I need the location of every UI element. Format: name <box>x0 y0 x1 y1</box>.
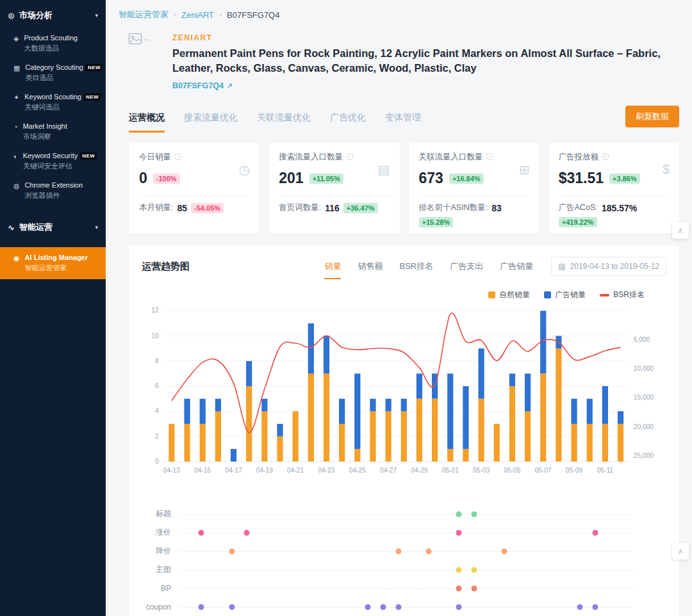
legend-item-[interactable]: 自然销量 <box>488 289 530 300</box>
sidebar-item-product-scouting[interactable]: ◈Product Scouting大数据选品 <box>0 29 106 58</box>
sidebar-item-ai-listing-manager[interactable]: ◉ AI Listing Manager 智能运营管家 <box>0 247 106 279</box>
trend-tab-[interactable]: 广告支出 <box>450 261 483 279</box>
event-dot[interactable] <box>456 604 462 610</box>
stat-value-row: 0-100% <box>139 170 249 187</box>
change-badge: +16.84% <box>449 174 484 184</box>
event-dot[interactable] <box>456 585 462 591</box>
tab-[interactable]: 变体管理 <box>385 112 421 133</box>
event-dot[interactable] <box>425 548 431 554</box>
new-badge: NEW <box>84 93 101 101</box>
trend-tab-[interactable]: 广告销量 <box>500 261 533 279</box>
sidebar-item-en: AI Listing Manager <box>25 254 88 261</box>
stat-label-text: 搜索流量入口数量 <box>279 152 343 163</box>
sidebar-item-market-insight[interactable]: ◔Market Insight市场洞察 <box>0 117 106 147</box>
event-dot[interactable] <box>592 530 598 535</box>
clock-icon: ◷ <box>239 162 250 177</box>
event-dot[interactable] <box>471 567 477 572</box>
sidebar-item-keyword-security[interactable]: ◐Keyword SecurityNEW关键词安全评估 <box>0 147 106 176</box>
event-dot[interactable] <box>471 585 477 591</box>
sidebar-item-category-scouting[interactable]: ▦Category ScoutingNEW类目选品 <box>0 58 106 88</box>
event-row-: 涨价 <box>142 523 633 542</box>
scroll-top-button[interactable]: ∧ <box>672 543 689 560</box>
legend-item-bsr[interactable]: BSR排名 <box>600 289 645 300</box>
event-dot[interactable] <box>229 548 235 554</box>
svg-text:8: 8 <box>155 357 159 364</box>
event-dot[interactable] <box>229 604 235 610</box>
product-asin: B07FSFG7Q4 <box>172 81 224 90</box>
breadcrumb-item-manager[interactable]: 智能运营管家 <box>119 9 169 20</box>
keyword-security-icon: ◐ <box>13 152 18 160</box>
svg-text:04-15: 04-15 <box>194 467 211 474</box>
event-dot[interactable] <box>199 530 204 535</box>
event-row-label: 主图 <box>142 564 171 575</box>
stat-label-text: 广告投放额 <box>559 152 599 163</box>
change-badge: -54.05% <box>191 203 224 213</box>
svg-text:10,000: 10,000 <box>634 365 654 372</box>
footer-label: 本月销量: <box>139 202 173 213</box>
svg-text:04-21: 04-21 <box>287 467 304 474</box>
info-icon[interactable]: ⓘ <box>174 152 182 163</box>
trend-tab-bsr[interactable]: BSR排名 <box>399 261 433 279</box>
event-dot[interactable] <box>456 511 462 517</box>
event-row-label: 降价 <box>142 546 171 556</box>
sidebar-item-text: Chrome Extension浏览器插件 <box>25 181 83 200</box>
stat-card-label: 关联流量入口数量ⓘ <box>419 152 529 163</box>
event-dot[interactable] <box>395 548 401 554</box>
trend-chart[interactable]: 0246810125,00010,00015,00020,00025,00004… <box>142 302 666 499</box>
svg-text:04-29: 04-29 <box>411 467 427 474</box>
svg-text:5,000: 5,000 <box>634 336 650 343</box>
product-image[interactable]: ... <box>129 33 161 90</box>
tab-[interactable]: 运营概况 <box>129 112 165 133</box>
sidebar-item-keyword-scouting[interactable]: ✦Keyword ScoutingNEW关键词选品 <box>0 88 106 117</box>
event-dot[interactable] <box>577 604 583 610</box>
event-dot[interactable] <box>471 511 477 517</box>
change-badge: +419.22% <box>559 217 597 227</box>
event-dot[interactable] <box>395 604 401 610</box>
event-dot[interactable] <box>456 567 462 572</box>
product-scouting-icon: ◈ <box>13 35 19 43</box>
event-dot[interactable] <box>592 604 598 610</box>
sidebar: ⊙ 市场分析 ▾ ◈Product Scouting大数据选品▦Category… <box>0 0 106 616</box>
sidebar-item-zh: 智能运营管家 <box>25 263 88 273</box>
tab-[interactable]: 关联流量优化 <box>257 112 311 133</box>
legend-label: 广告销量 <box>555 289 586 300</box>
calendar-icon: ▤ <box>378 162 390 177</box>
market-analysis-icon: ⊙ <box>8 11 15 20</box>
info-icon[interactable]: ⓘ <box>602 152 609 163</box>
legend-item-[interactable]: 广告销量 <box>544 289 586 300</box>
dollar-icon: $ <box>663 162 670 177</box>
breadcrumb-item-brand[interactable]: ZeniART <box>181 10 214 20</box>
sidebar-item-chrome-extension[interactable]: ◍Chrome Extension浏览器插件 <box>0 176 106 206</box>
product-info: ZENIART Permanent Paint Pens for Rock Pa… <box>172 33 679 90</box>
sidebar-section-smart-operation[interactable]: ∿ 智能运营 ▾ <box>0 212 106 241</box>
sidebar-section-market-analysis[interactable]: ⊙ 市场分析 ▾ <box>0 0 106 29</box>
stat-cards-row: 今日销量ⓘ◷0-100%本月销量:85-54.05%搜索流量入口数量ⓘ▤201+… <box>129 143 679 234</box>
scroll-top-button[interactable]: ∧ <box>672 222 689 239</box>
chevron-down-icon[interactable]: ▾ <box>95 12 98 19</box>
event-dot[interactable] <box>199 604 204 610</box>
tab-[interactable]: 广告优化 <box>330 112 366 133</box>
event-dot[interactable] <box>365 604 371 610</box>
tab-[interactable]: 搜索流量优化 <box>184 112 238 133</box>
refresh-data-button[interactable]: 刷新数据 <box>625 106 679 127</box>
product-asin-link[interactable]: B07FSFG7Q4 ↗ <box>172 81 679 90</box>
trend-tab-[interactable]: 销量 <box>324 261 341 279</box>
date-range-picker[interactable]: ▤ 2019-04-13 to 2019-05-12 <box>551 257 666 276</box>
stat-card: 关联流量入口数量ⓘ⊞673+16.84%排名前十ASIN数量:83+15.28% <box>409 143 540 234</box>
info-icon[interactable]: ⓘ <box>486 152 494 163</box>
trend-tab-[interactable]: 销售额 <box>358 261 383 279</box>
svg-text:04-23: 04-23 <box>318 467 334 474</box>
event-dot[interactable] <box>381 604 386 610</box>
sidebar-item-text: Keyword SecurityNEW关键词安全评估 <box>23 152 97 171</box>
event-dot[interactable] <box>456 530 462 535</box>
stat-card: 搜索流量入口数量ⓘ▤201+11.05%首页词数量:116+36.47% <box>268 143 399 234</box>
event-row-line <box>179 523 633 542</box>
event-dot[interactable] <box>244 530 250 535</box>
footer-label: 首页词数量: <box>279 202 321 213</box>
chevron-down-icon[interactable]: ▾ <box>95 224 98 231</box>
footer-value: 116 <box>325 203 340 213</box>
new-badge: NEW <box>80 152 97 159</box>
ai-listing-manager-icon: ◉ <box>13 254 20 273</box>
info-icon[interactable]: ⓘ <box>346 152 354 163</box>
event-dot[interactable] <box>502 548 507 554</box>
